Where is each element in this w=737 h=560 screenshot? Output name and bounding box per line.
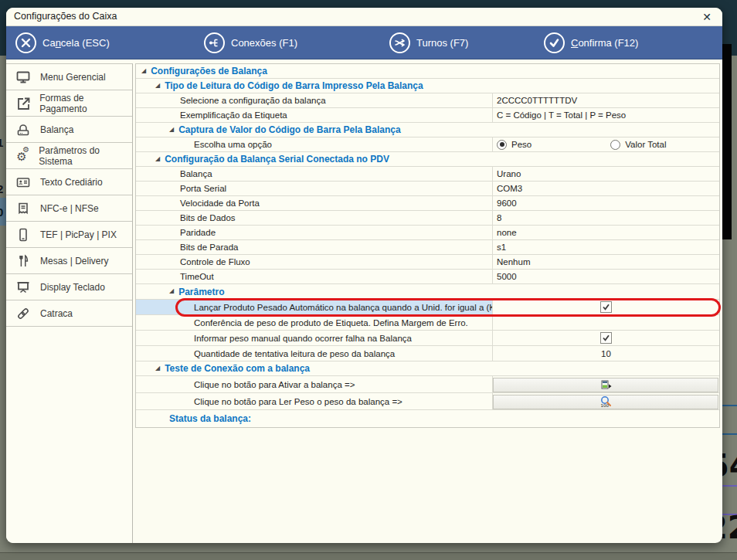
cancel-button-label: Cancela (ESC)	[42, 37, 110, 49]
status-label: Status da balança:	[136, 410, 719, 427]
property-value[interactable]: 10	[493, 346, 719, 361]
property-row-exemplificacao[interactable]: Exemplificação da Etiqueta C = Código | …	[136, 108, 719, 123]
radio-label: Valor Total	[625, 140, 666, 149]
group-row-captura-valor[interactable]: ◢Captura de Valor do Código de Barra Pel…	[136, 123, 719, 137]
property-value[interactable]: 8	[493, 211, 719, 225]
sidebar-item-nfce-nfse[interactable]: NFC-e | NFSe	[6, 195, 132, 222]
shifts-button-label: Turnos (F7)	[416, 37, 468, 49]
property-value[interactable]: 9600	[493, 196, 719, 210]
property-row-quantidade-tentativa[interactable]: Quantidade de tentativa leitura de peso …	[136, 346, 719, 361]
group-row-configuracao-serial[interactable]: ◢Configuração da Balança Serial Conectad…	[136, 152, 719, 167]
property-row-velocidade-porta[interactable]: Velocidade da Porta 9600	[136, 196, 719, 211]
shifts-button[interactable]: Turnos (F7)	[389, 32, 468, 53]
sidebar-item-mesas-delivery[interactable]: Mesas | Delivery	[6, 248, 132, 274]
read-weight-button[interactable]: 100	[493, 395, 718, 409]
collapse-icon[interactable]: ◢	[155, 82, 160, 89]
property-row-porta-serial[interactable]: Porta Serial COM3	[136, 182, 719, 196]
group-label: Teste de Conexão com a balança	[165, 363, 310, 374]
group-label: Captura de Valor do Código de Barra Pela…	[178, 124, 400, 135]
check-circle-icon	[544, 32, 565, 53]
collapse-icon[interactable]: ◢	[155, 365, 160, 372]
group-row-configuracoes-balanca[interactable]: ◢Configurações de Balança	[136, 64, 719, 79]
cancel-button[interactable]: Cancela (ESC)	[15, 32, 110, 53]
gears-icon: ⚙⚙	[6, 148, 39, 165]
sidebar-item-menu-gerencial[interactable]: Menu Gerencial	[6, 64, 132, 90]
property-row-ativar-balanca[interactable]: Clique no botão para Ativar a balança =>	[136, 376, 719, 393]
property-label: Porta Serial	[136, 182, 493, 195]
background-digit: 0	[0, 205, 3, 219]
property-row-balanca[interactable]: Balança Urano	[136, 167, 719, 182]
group-row-teste-conexao[interactable]: ◢Teste de Conexão com a balança	[136, 361, 719, 376]
background-digit: 1	[0, 136, 3, 149]
property-row-timeout[interactable]: TimeOut 5000	[136, 270, 719, 284]
sidebar-item-label: Display Teclado	[40, 282, 105, 293]
property-value[interactable]: COM3	[493, 182, 719, 195]
radio-option-valor-total[interactable]: Valor Total	[610, 140, 666, 150]
group-label: Configuração da Balança Serial Conectada…	[165, 154, 389, 165]
background-digit: 2	[0, 182, 3, 195]
sidebar-item-parametros-sistema[interactable]: ⚙⚙ Parâmetros do Sistema	[6, 143, 132, 169]
connections-button[interactable]: Conexões (F1)	[204, 32, 297, 53]
group-label: Parâmetro	[178, 287, 224, 297]
background-divider-line	[721, 405, 737, 406]
sidebar-item-label: Formas de Pagamento	[39, 93, 132, 114]
cancel-circle-icon	[15, 32, 36, 53]
confirm-button[interactable]: Confirma (F12)	[544, 32, 638, 53]
property-row-ler-peso[interactable]: Clique no botão para Ler Peso o peso da …	[136, 393, 719, 410]
property-value[interactable]: 2CCCC0TTTTTTDV	[493, 93, 719, 107]
property-label: Conferência de peso de produto de Etique…	[136, 315, 493, 330]
property-row-selecione-configuracao[interactable]: Selecione a configuração da balança 2CCC…	[136, 93, 719, 108]
sidebar-item-formas-pagamento[interactable]: Formas de Pagamento	[6, 90, 132, 117]
property-value[interactable]: s1	[493, 240, 719, 254]
property-value[interactable]: 5000	[493, 270, 719, 283]
sidebar-item-display-teclado[interactable]: Display Teclado	[6, 274, 132, 300]
desktop-black-strip	[722, 44, 732, 239]
sidebar-item-texto-crediario[interactable]: Texto Crediário	[6, 169, 132, 195]
property-label: Lançar Produto Pesado Automático na bala…	[136, 300, 493, 314]
close-icon[interactable]: ✕	[699, 9, 715, 25]
window-title: Configurações do Caixa	[14, 11, 117, 22]
id-card-icon	[6, 175, 40, 190]
property-value[interactable]: Nenhum	[493, 255, 719, 269]
cutlery-icon	[6, 253, 40, 269]
sidebar-item-balanca[interactable]: Balança	[6, 117, 132, 143]
property-row-escolha-opcao[interactable]: Escolha uma opção Peso Valor Total	[136, 137, 719, 152]
property-row-bits-dados[interactable]: Bits de Dados 8	[136, 211, 719, 226]
background-divider-line	[721, 485, 737, 487]
collapse-icon[interactable]: ◢	[169, 126, 174, 133]
property-value[interactable]: C = Código | T = Total | P = Peso	[493, 108, 719, 122]
property-row-informar-peso-manual[interactable]: Informar peso manual quando ocorrer falh…	[136, 331, 719, 346]
connections-button-label: Conexões (F1)	[231, 37, 297, 49]
radio-option-peso[interactable]: Peso	[497, 140, 532, 150]
sidebar-item-tef-picpay-pix[interactable]: TEF | PicPay | PIX	[6, 222, 132, 248]
display-icon	[6, 280, 40, 295]
property-value[interactable]	[493, 315, 719, 330]
collapse-icon[interactable]: ◢	[141, 67, 146, 74]
collapse-icon[interactable]: ◢	[169, 287, 174, 294]
checkbox-checked-icon[interactable]	[600, 301, 612, 313]
property-value[interactable]: none	[493, 226, 719, 239]
activate-scale-button[interactable]	[493, 378, 718, 392]
group-row-parametro[interactable]: ◢Parâmetro	[136, 284, 719, 300]
sidebar-item-label: Parâmetros do Sistema	[39, 145, 132, 167]
background-divider-line	[721, 433, 737, 435]
property-row-bits-parada[interactable]: Bits de Parada s1	[136, 240, 719, 255]
sidebar-item-catraca[interactable]: Catraca	[6, 300, 132, 327]
property-row-paridade[interactable]: Paridade none	[136, 226, 719, 240]
group-row-tipo-leitura[interactable]: ◢Tipo de Leitura do Código de Barra Impr…	[136, 79, 719, 93]
collapse-icon[interactable]: ◢	[155, 155, 160, 162]
connections-circle-icon	[204, 32, 225, 53]
sidebar-item-label: NFC-e | NFSe	[40, 203, 99, 214]
property-row-controle-fluxo[interactable]: Controle de Fluxo Nenhum	[136, 255, 719, 270]
monitor-icon	[6, 70, 40, 85]
sidebar-item-label: Texto Crediário	[40, 177, 103, 188]
property-value[interactable]: Urano	[493, 167, 719, 181]
property-label: Quantidade de tentativa leitura de peso …	[136, 346, 493, 361]
property-row-conferencia-peso[interactable]: Conferência de peso de produto de Etique…	[136, 315, 719, 331]
property-row-lancar-produto-pesado[interactable]: Lançar Produto Pesado Automático na bala…	[136, 300, 719, 315]
dialog-toolbar: Cancela (ESC) Conexões (F1) Turnos (F7)	[6, 26, 722, 59]
group-label: Configurações de Balança	[151, 66, 267, 76]
activate-scale-icon	[599, 378, 612, 391]
checkbox-checked-icon[interactable]	[600, 332, 612, 344]
confirm-button-label: Confirma (F12)	[571, 37, 638, 49]
